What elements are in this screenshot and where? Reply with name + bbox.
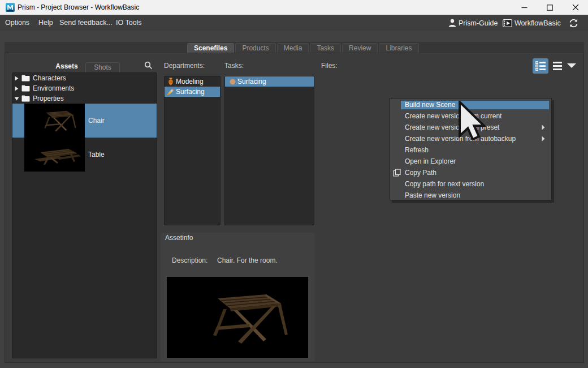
menu-item-copy-path[interactable]: Copy Path xyxy=(390,167,551,178)
asset-item-label: Chair xyxy=(88,104,105,138)
tasks-list: Surfacing xyxy=(224,76,314,225)
asset-item-table[interactable]: Table xyxy=(12,138,157,172)
tab-tasks[interactable]: Tasks xyxy=(310,43,341,53)
close-icon xyxy=(572,4,579,11)
dot-icon xyxy=(228,78,236,85)
copy-icon xyxy=(393,169,401,177)
minimize-icon xyxy=(521,5,528,11)
department-item-modeling[interactable]: Modeling xyxy=(165,76,220,87)
user-label: Prism-Guide xyxy=(459,19,498,27)
tab-assets[interactable]: Assets xyxy=(45,61,88,71)
description-value: Chair. For the room. xyxy=(217,256,278,264)
departments-list: Modeling Surfacing xyxy=(164,76,220,225)
title-bar: Prism - Project Browser - WorkflowBasic xyxy=(0,0,588,15)
refresh-button[interactable] xyxy=(568,15,580,31)
menu-item-refresh[interactable]: Refresh xyxy=(390,144,551,156)
tree-item-environments[interactable]: Environments xyxy=(12,83,157,93)
submenu-arrow-icon xyxy=(542,125,545,130)
files-label: Files: xyxy=(321,62,338,70)
scenefiles-panel: Assets Shots Characters Environments Pro… xyxy=(5,53,584,363)
tree-item-properties[interactable]: Properties xyxy=(12,93,157,104)
departments-label: Departments: xyxy=(164,62,205,70)
tab-review[interactable]: Review xyxy=(342,43,378,53)
menu-item-label: Refresh xyxy=(405,144,429,156)
view-dropdown-button[interactable] xyxy=(567,63,577,69)
maximize-icon xyxy=(547,5,553,11)
asset-item-chair[interactable]: Chair xyxy=(12,104,157,138)
maya-app-icon xyxy=(6,3,15,12)
menu-item-copy-path-next-version[interactable]: Copy path for next version xyxy=(390,178,551,190)
menu-item-label: Create new version from current xyxy=(405,110,501,122)
task-label: Surfacing xyxy=(237,78,266,85)
chevron-right-icon[interactable] xyxy=(15,76,19,81)
window-title: Prism - Project Browser - WorkflowBasic xyxy=(18,0,139,15)
menu-item-open-in-explorer[interactable]: Open in Explorer xyxy=(390,156,551,167)
assetinfo-group: Assetinfo Description: Chair. For the ro… xyxy=(161,233,315,361)
menu-item-label: Copy path for next version xyxy=(405,178,484,190)
chair-thumbnail xyxy=(24,104,85,138)
menu-item-label: Paste new version xyxy=(405,190,460,201)
menu-item-label: Build new Scene xyxy=(405,99,455,110)
view-details-button[interactable] xyxy=(533,58,548,74)
menu-item-label: Copy Path xyxy=(405,167,436,178)
maximize-button[interactable] xyxy=(537,0,563,15)
menu-send-feedback[interactable]: Send feedback... xyxy=(59,15,113,31)
close-button[interactable] xyxy=(563,0,588,15)
user-icon xyxy=(448,19,456,27)
tree-item-label: Properties xyxy=(33,93,64,104)
chevron-down-icon[interactable] xyxy=(14,97,19,101)
tab-libraries[interactable]: Libraries xyxy=(379,43,418,53)
tab-media[interactable]: Media xyxy=(277,43,309,53)
chevron-down-icon xyxy=(567,63,576,68)
main-tab-strip: Scenefiles Products Media Tasks Review L… xyxy=(5,42,584,53)
refresh-icon xyxy=(568,18,580,28)
project-button[interactable]: WorkflowBasic xyxy=(503,15,561,31)
assetinfo-title: Assetinfo xyxy=(165,234,193,242)
description-label: Description: xyxy=(172,256,207,264)
menu-item-paste-new-version[interactable]: Paste new version xyxy=(390,190,551,201)
mouse-cursor xyxy=(459,101,486,140)
tab-shots[interactable]: Shots xyxy=(85,62,120,72)
asset-preview-image xyxy=(167,277,308,358)
project-label: WorkflowBasic xyxy=(514,19,561,27)
submenu-arrow-icon xyxy=(542,136,545,142)
brush-icon xyxy=(167,88,175,96)
menu-io-tools[interactable]: IO Tools xyxy=(116,15,142,31)
view-list-button[interactable] xyxy=(551,61,564,71)
user-button[interactable]: Prism-Guide xyxy=(448,15,498,31)
tab-scenefiles[interactable]: Scenefiles xyxy=(187,43,234,53)
tree-item-characters[interactable]: Characters xyxy=(12,73,157,83)
department-label: Surfacing xyxy=(176,88,205,96)
folder-icon xyxy=(21,95,30,102)
menu-help[interactable]: Help xyxy=(38,15,53,31)
pot-icon xyxy=(167,78,175,85)
menu-options[interactable]: Options xyxy=(5,15,29,31)
search-icon[interactable] xyxy=(144,61,153,70)
list-simple-icon xyxy=(553,62,562,70)
department-label: Modeling xyxy=(176,78,204,85)
chevron-right-icon[interactable] xyxy=(15,86,19,91)
folder-icon xyxy=(21,74,30,82)
menu-item-label: Open in Explorer xyxy=(405,156,456,167)
minimize-button[interactable] xyxy=(512,0,537,15)
folder-icon xyxy=(21,84,30,92)
table-thumbnail xyxy=(24,138,85,172)
project-icon xyxy=(503,19,512,27)
asset-item-label: Table xyxy=(88,138,105,172)
department-item-surfacing[interactable]: Surfacing xyxy=(165,87,220,97)
list-details-icon xyxy=(535,61,546,71)
tab-products[interactable]: Products xyxy=(235,43,275,53)
task-item-surfacing[interactable]: Surfacing xyxy=(225,76,314,87)
menu-bar: Options Help Send feedback... IO Tools P… xyxy=(0,15,588,31)
tree-item-label: Environments xyxy=(33,83,74,93)
tasks-label: Tasks: xyxy=(224,62,244,70)
asset-tree: Characters Environments Properties xyxy=(12,72,157,358)
tree-item-label: Characters xyxy=(33,73,66,83)
